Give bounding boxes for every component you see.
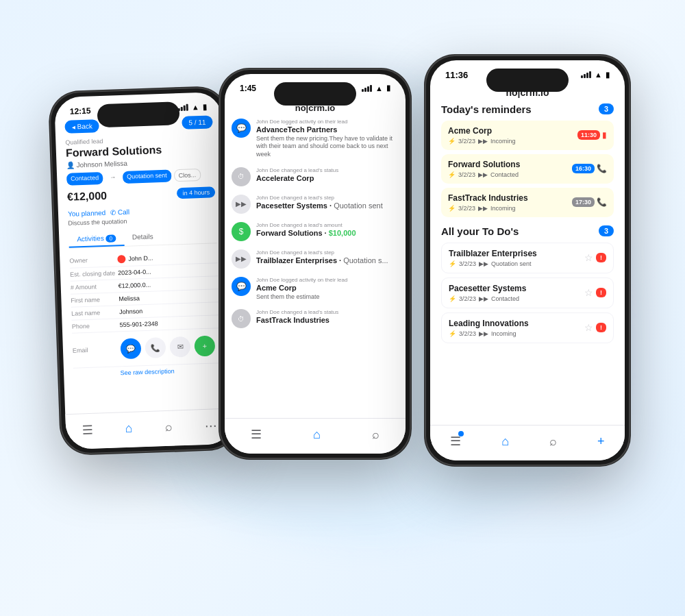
todo-pacesetter-name: Pacesetter Systems — [449, 284, 526, 293]
reminder-acme[interactable]: Acme Corp ⚡ 3/2/23 ▶▶ Incoming 11:30 ▮ — [441, 121, 614, 150]
message-button[interactable]: 💬 — [120, 338, 141, 359]
wifi-icon-right: ▲ — [595, 71, 602, 79]
activity-icon-5: ▶▶ — [232, 249, 251, 269]
activity-name-5: Trailblazer Enterprises · Quotation s... — [256, 256, 399, 264]
activity-icon-7: ⏱ — [232, 309, 251, 328]
email-button[interactable]: ✉ — [169, 336, 190, 357]
nav-more-left[interactable]: ⋯ — [204, 417, 217, 433]
nav-search-left[interactable]: ⌕ — [164, 419, 173, 434]
todo-leading-innovations[interactable]: Leading Innovations ⚡ 3/2/23 ▶▶ Incoming… — [441, 312, 614, 343]
activity-content-7: John Doe changed a lead's status FastTra… — [256, 309, 399, 325]
owner-dot — [117, 254, 125, 262]
todo-star-3: ☆ — [584, 322, 593, 333]
activity-icon-1: 💬 — [232, 119, 251, 138]
activity-icon-2: ⏱ — [232, 167, 251, 186]
reminder-forward[interactable]: Forward Solutions ⚡ 3/2/23 ▶▶ Contacted … — [441, 154, 614, 184]
activity-icon-6: 💬 — [232, 277, 251, 296]
bottom-nav-left: ☰ ⌂ ⌕ ⋯ — [65, 408, 234, 449]
activity-content-1: John Doe logged activity on their lead A… — [256, 119, 399, 159]
reminder-acme-name: Acme Corp — [448, 126, 516, 136]
activity-content-2: John Doe changed a lead's status Acceler… — [256, 167, 399, 184]
todo-badge-1: ! — [596, 253, 606, 262]
nav-home-center[interactable]: ⌂ — [313, 428, 321, 442]
activity-desc-6: Sent them the estimate — [256, 293, 399, 301]
nav-menu-left[interactable]: ☰ — [82, 422, 93, 438]
nav-add-right[interactable]: + — [597, 434, 605, 449]
status-icons-right: ▲ ▮ — [581, 71, 610, 79]
tab-activities[interactable]: Activities 0 — [68, 230, 124, 247]
activity-icon-4: $ — [232, 222, 251, 241]
activity-meta-4: John Doe changed a lead's amount — [256, 222, 399, 228]
reminder-fasttrack-meta: ⚡ 3/2/23 ▶▶ Incoming — [448, 205, 528, 212]
tab-details[interactable]: Details — [124, 229, 162, 246]
time-right: 11:36 — [445, 70, 468, 80]
activity-name-3: Pacesetter Systems · Quotation sent — [256, 201, 399, 210]
todos-header: All your To Do's 3 — [441, 225, 614, 237]
amount-row: €12,000 in 4 hours — [67, 186, 215, 204]
reminder-forward-name: Forward Solutions — [448, 160, 520, 169]
bottom-nav-center: ☰ ⌂ ⌕ — [225, 418, 406, 454]
dynamic-island-center — [274, 82, 356, 106]
status-icons-center: ▲ ▮ — [362, 84, 390, 93]
battery-icon-left: ▮ — [202, 102, 206, 111]
activity-meta-5: John Doe changed a lead's step — [256, 249, 399, 256]
activity-list: 💬 John Doe logged activity on their lead… — [225, 119, 406, 337]
activity-item-3: ▶▶ John Doe changed a lead's step Pacese… — [232, 195, 399, 214]
activity-item-5: ▶▶ John Doe changed a lead's step Trailb… — [232, 249, 399, 269]
activity-name-1: AdvanceTech Partners — [256, 125, 399, 134]
bottom-nav-right: ☰ ⌂ ⌕ + — [430, 425, 625, 460]
signal-icon-right — [581, 71, 591, 78]
activity-meta-6: John Doe logged activity on their lead — [256, 277, 399, 283]
todo-trailblazer[interactable]: Trailblazer Enterprises ⚡ 3/2/23 ▶▶ Quot… — [441, 243, 614, 273]
todo-star-1: ☆ — [584, 252, 593, 263]
todo-leading-meta: ⚡ 3/2/23 ▶▶ Incoming — [449, 330, 529, 337]
phone-left-screen: 12:15 ▲ ▮ ◂ Back — [54, 91, 234, 449]
dynamic-island-right — [486, 69, 569, 92]
nav-home-left[interactable]: ⌂ — [125, 421, 133, 435]
todo-badge-3: ! — [596, 323, 606, 332]
activity-item-4: $ John Doe changed a lead's amount Forwa… — [232, 222, 399, 241]
phones-container: 12:15 ▲ ▮ ◂ Back — [34, 34, 651, 582]
wifi-icon-center: ▲ — [375, 84, 383, 93]
activity-meta-1: John Doe logged activity on their lead — [256, 119, 399, 125]
phone-left: 12:15 ▲ ▮ ◂ Back — [49, 86, 239, 455]
tabs-row: Activities 0 Details — [68, 227, 217, 249]
action-buttons: 💬 📞 ✉ + — [120, 335, 215, 359]
nav-menu-center[interactable]: ☰ — [251, 427, 262, 442]
reminder-fasttrack[interactable]: FastTrack Industries ⚡ 3/2/23 ▶▶ Incomin… — [441, 188, 614, 217]
amount-value: €12,000 — [67, 189, 107, 203]
todo-pacesetter[interactable]: Pacesetter Systems ⚡ 3/2/23 ▶▶ Contacted… — [441, 278, 614, 308]
activity-item-1: 💬 John Doe logged activity on their lead… — [232, 119, 399, 159]
phone-center-screen: 1:45 ▲ ▮ no|crm.io 💬 — [225, 74, 406, 454]
signal-icon-center — [362, 85, 372, 92]
reminders-header: Today's reminders 3 — [441, 103, 614, 115]
dynamic-island-left — [97, 101, 179, 127]
reminder-fasttrack-name: FastTrack Industries — [448, 193, 528, 203]
time-badge: in 4 hours — [177, 186, 215, 199]
back-button[interactable]: ◂ Back — [64, 119, 99, 134]
battery-icon-right: ▮ — [606, 71, 610, 79]
add-button[interactable]: + — [194, 335, 215, 356]
reminder-forward-meta: ⚡ 3/2/23 ▶▶ Contacted — [448, 171, 520, 178]
todo-trailblazer-meta: ⚡ 3/2/23 ▶▶ Quotation sent — [449, 260, 537, 267]
nav-search-center[interactable]: ⌕ — [372, 428, 379, 442]
nav-menu-right[interactable]: ☰ — [450, 434, 461, 449]
activity-content-3: John Doe changed a lead's step Pacesette… — [256, 195, 399, 211]
todo-star-2: ☆ — [584, 287, 593, 298]
nav-search-right[interactable]: ⌕ — [549, 434, 557, 449]
activity-meta-2: John Doe changed a lead's status — [256, 167, 399, 173]
todo-badge-2: ! — [596, 288, 606, 297]
left-phone-content: ◂ Back 5 / 11 Qualified lead Forward Sol… — [55, 114, 231, 378]
todo-pacesetter-meta: ⚡ 3/2/23 ▶▶ Contacted — [449, 295, 526, 302]
activity-item-2: ⏱ John Doe changed a lead's status Accel… — [232, 167, 399, 186]
battery-icon-center: ▮ — [386, 84, 390, 93]
todos-count: 3 — [599, 225, 614, 236]
status-icons-left: ▲ ▮ — [178, 102, 207, 112]
call-button[interactable]: 📞 — [145, 336, 166, 358]
activity-item-7: ⏱ John Doe changed a lead's status FastT… — [232, 309, 399, 328]
activity-item-6: 💬 John Doe logged activity on their lead… — [232, 277, 399, 301]
activity-meta-3: John Doe changed a lead's step — [256, 195, 399, 201]
nav-home-right[interactable]: ⌂ — [501, 434, 509, 449]
phone-center: 1:45 ▲ ▮ no|crm.io 💬 — [219, 69, 411, 459]
reminders-title: Today's reminders — [441, 103, 532, 115]
